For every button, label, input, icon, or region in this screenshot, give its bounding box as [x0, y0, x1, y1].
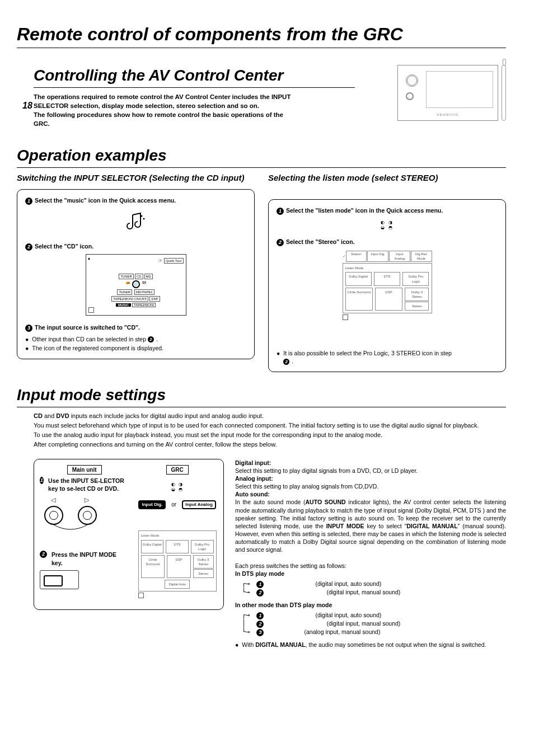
listen-mode-menu-illustration: ✓ Station Input Dig. Input Analog Dig.Re…: [343, 251, 432, 321]
final-note: With DIGITAL MANUAL, the audio may somet…: [242, 641, 486, 649]
step-marker-1: 1: [277, 208, 284, 215]
step-marker-2: 2: [277, 239, 284, 246]
step-marker-1: 1: [40, 477, 44, 484]
main-unit-label: Main unit: [67, 465, 102, 475]
page-number-value: 18: [22, 101, 32, 110]
step-marker-3: 3: [25, 325, 32, 332]
listen-mode-icon: ◐ ◑◒ ◓: [277, 220, 498, 231]
listen-mode-menu-illustration-2: Listen Mode Dolby DigitalDTSDolby Pro Lo…: [138, 530, 217, 599]
subhead-left: Switching the INPUT SELECTOR (Selecting …: [17, 172, 255, 184]
step-marker-2: 2: [40, 551, 47, 558]
lower-panel: Main unit 1Use the INPUT SE-LECTOR key t…: [34, 459, 224, 611]
right-bullet1: It is also possible to select the Pro Lo…: [283, 349, 452, 365]
bullet-icon: ●: [25, 335, 29, 343]
or-text: or: [171, 501, 176, 509]
section1-heading: Controlling the AV Control Center: [34, 65, 355, 88]
right-step2-text: Select the "Stereo" icon.: [286, 238, 355, 245]
subhead-right: Selecting the listen mode (select STEREO…: [268, 172, 506, 194]
left-panel: 1Select the "music" icon in the Quick ac…: [17, 189, 255, 359]
left-bullet2: The icon of the registered component is …: [32, 344, 163, 352]
step-marker-2: 2: [25, 243, 32, 251]
svg-point-0: [140, 215, 142, 217]
input-mode-explanation: Digital input: Select this setting to pl…: [235, 459, 506, 649]
button-illustration: [40, 570, 79, 589]
device-illustration: ◦ KENWOOD: [372, 65, 506, 121]
knob-illustration: ◁ ▷: [40, 496, 107, 535]
right-panel: 1Select the "listen mode" icon in the Qu…: [268, 199, 506, 372]
step-marker-1: 1: [25, 198, 32, 205]
music-menu-illustration: ▲ ☞Quick Tour TUNERCDMD 📻💿📼 TUNERMD/TAPE…: [86, 254, 186, 316]
input-analog-pill: Input Analog: [182, 500, 216, 510]
right-step1-text: Select the "listen mode" icon in the Qui…: [286, 207, 443, 214]
left-bullet1: Other input than CD can be selected in s…: [32, 335, 158, 343]
lower-step2-text: Press the INPUT MODE key.: [51, 551, 129, 566]
bullet-icon: ●: [277, 349, 280, 365]
listen-mode-icon: ◐ ◑◒ ◓: [137, 482, 218, 492]
section2-heading: Operation examples: [17, 145, 252, 167]
input-mode-intro: CD and DVD inputs each include jacks for…: [34, 412, 506, 448]
intro-text: The operations required to remote contro…: [34, 92, 291, 128]
music-icon: [25, 210, 246, 234]
bullet-icon: ●: [25, 344, 29, 352]
page-number: 18: [22, 100, 32, 112]
section3-heading: Input mode settings: [17, 384, 506, 407]
grc-label: GRC: [166, 465, 189, 475]
svg-point-1: [143, 218, 144, 220]
input-dig-pill: Input Dig.: [138, 500, 166, 510]
lower-step1-text: Use the INPUT SE-LECTOR key to se-lect C…: [48, 477, 129, 492]
main-heading: Remote control of components from the GR…: [17, 22, 506, 48]
bullet-icon: ●: [235, 641, 238, 649]
left-step2-text: Select the "CD" icon.: [35, 243, 93, 250]
left-step1-text: Select the "music" icon in the Quick acc…: [35, 197, 176, 204]
left-step3-text: The input source is switched to "CD".: [35, 324, 140, 331]
